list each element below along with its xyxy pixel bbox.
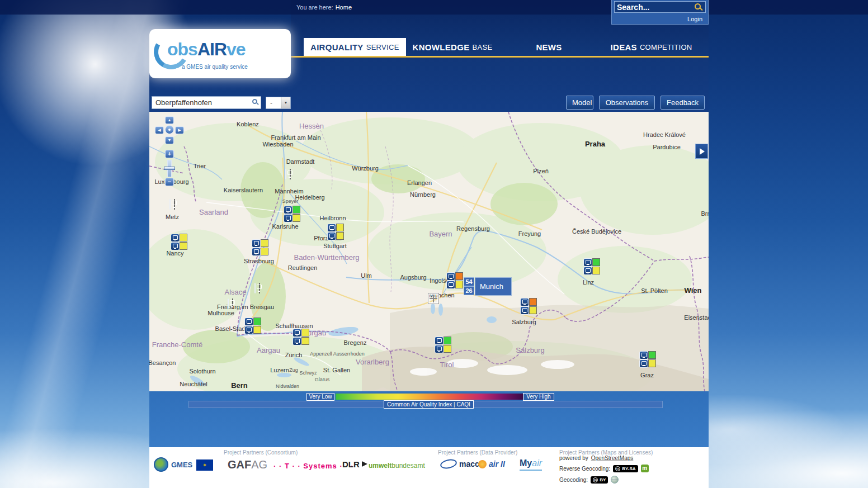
pan-up-button[interactable]: ▲ <box>165 116 174 124</box>
main-column: obsAIRve a GMES air quality service AIRQ… <box>149 0 709 488</box>
zoom-select-value: - <box>270 99 272 107</box>
zoom-select[interactable]: - ▼ <box>266 97 291 109</box>
nav-tab[interactable]: IDEAS COMPETITION <box>604 38 699 56</box>
geocoding-label: Geocoding: <box>559 477 588 483</box>
reverse-geocoding-label: Reverse Geocoding: <box>559 466 610 472</box>
toolbar-button[interactable]: Observations <box>599 96 655 110</box>
pan-down-button[interactable]: ▼ <box>165 136 174 144</box>
location-input[interactable] <box>152 96 261 109</box>
openstreetmaps-link[interactable]: OpenStreetMaps <box>591 455 634 461</box>
reverse-geocoding-row: Reverse Geocoding: cc BY-SA m <box>559 465 649 472</box>
macc-ring-icon <box>440 458 458 470</box>
pan-left-button[interactable]: ◀ <box>155 126 164 134</box>
breadcrumb: You are here:Home <box>296 4 352 11</box>
breadcrumb-home-link[interactable]: Home <box>336 4 352 11</box>
search-icon[interactable] <box>695 3 701 10</box>
map-provider-icon[interactable]: m <box>641 465 649 472</box>
gmes-icon <box>154 457 168 472</box>
sun-icon <box>478 460 487 468</box>
nav-tab[interactable]: KNOWLEDGE BASE <box>406 38 499 56</box>
search-panel: Login <box>611 0 709 25</box>
zoom-slider-handle[interactable] <box>164 167 175 170</box>
cc-icon: cc <box>593 477 598 482</box>
powered-by-row: powered by OpenStreetMaps <box>559 455 633 461</box>
umweltbundesamt-logo[interactable]: umweltbundesamt <box>369 462 425 470</box>
breadcrumb-prefix: You are here: <box>296 4 333 11</box>
main-nav: AIRQUALITY SERVICE KNOWLEDGE BASE NEWS I… <box>304 38 699 56</box>
expand-panel-button[interactable] <box>695 144 708 159</box>
gaf-logo[interactable]: GAFAG <box>228 458 267 471</box>
cc-by-sa-badge[interactable]: cc BY-SA <box>613 465 638 472</box>
map-controls: ▲ ◀ ▶ ▼ + − <box>149 112 709 391</box>
pan-center-button[interactable] <box>165 125 174 134</box>
chevron-down-icon: ▼ <box>281 97 290 108</box>
zoom-in-button[interactable]: + <box>165 150 174 158</box>
search-input[interactable] <box>617 2 692 12</box>
consortium-title: Project Partners (Consortium) <box>224 449 298 456</box>
nav-tab[interactable]: AIRQUALITY SERVICE <box>304 38 406 56</box>
caqi-gradient-bar <box>336 394 523 400</box>
globe-icon[interactable] <box>611 476 619 484</box>
air2-logo[interactable]: air II <box>478 459 505 468</box>
gmes-logo[interactable]: GMES <box>154 457 192 472</box>
toolbar-button[interactable]: Feedback <box>661 96 705 110</box>
logo-tagline: a GMES air quality service <box>182 64 248 70</box>
myair-logo[interactable]: Myair <box>520 458 542 471</box>
macc-logo[interactable]: macc <box>440 459 479 468</box>
zoom-out-button[interactable]: − <box>165 178 174 186</box>
legend-low-label: Very Low <box>306 393 334 401</box>
dlr-logo[interactable]: DLR <box>342 459 360 469</box>
top-bar: You are here:Home <box>0 0 868 15</box>
data-provider-title: Project Partners (Data Provider) <box>438 449 517 456</box>
cc-icon: cc <box>615 466 620 471</box>
toolbar-button[interactable]: Model <box>566 96 593 110</box>
map-canvas[interactable]: Koblenz Hessen Frankfurt am Main Wiesbad… <box>149 112 709 391</box>
footer: GMES ✶ Project Partners (Consortium) GAF… <box>149 447 709 488</box>
logo-text: obsAIRve <box>167 39 246 60</box>
chevron-right-icon <box>700 148 705 155</box>
nav-underline <box>291 56 709 58</box>
legend-high-label: Very High <box>523 393 554 401</box>
view-buttons: Model Observations Feedback <box>566 96 705 110</box>
pan-right-button[interactable]: ▶ <box>175 126 184 134</box>
caqi-caption: Common Air Quality Index | CAQI <box>384 400 474 409</box>
eu-flag-icon[interactable]: ✶ <box>196 459 213 471</box>
nav-tab[interactable]: NEWS <box>529 38 571 56</box>
geocoding-row: Geocoding: cc BY <box>559 476 619 484</box>
login-link[interactable]: Login <box>687 16 702 22</box>
logo[interactable]: obsAIRve a GMES air quality service <box>149 29 291 78</box>
cc-by-badge[interactable]: cc BY <box>591 476 608 484</box>
search-box <box>614 1 706 13</box>
location-search-icon[interactable] <box>252 99 257 104</box>
